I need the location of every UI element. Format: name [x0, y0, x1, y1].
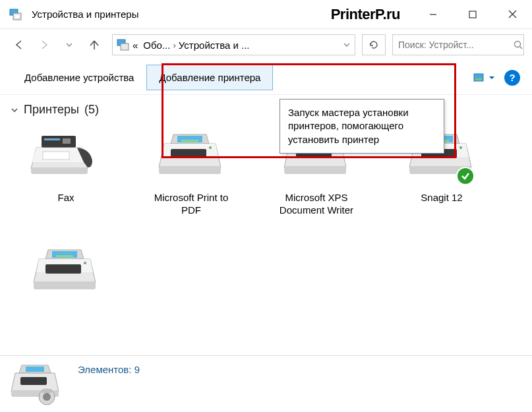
- printer-icon: [26, 243, 105, 303]
- help-button[interactable]: ?: [504, 70, 520, 86]
- svg-rect-39: [20, 377, 47, 385]
- device-label: Microsoft XPS Document Writer: [270, 192, 363, 217]
- device-label: Snagit 12: [421, 192, 462, 204]
- svg-rect-35: [45, 264, 81, 274]
- add-printer-button[interactable]: Добавление принтера: [146, 65, 273, 90]
- minimize-button[interactable]: [413, 0, 453, 29]
- device-label: Microsoft Print to PDF: [145, 192, 237, 217]
- devices-grid: Fax Microsoft Print to PDF: [11, 127, 521, 308]
- window-title: Устройства и принтеры: [32, 9, 331, 20]
- path-seg-current[interactable]: Устройства и ...: [176, 40, 252, 51]
- refresh-button[interactable]: [362, 34, 386, 55]
- search-input[interactable]: [398, 40, 514, 50]
- svg-rect-20: [171, 149, 206, 158]
- svg-rect-2: [15, 15, 19, 18]
- view-menu[interactable]: [473, 73, 495, 83]
- tooltip: Запуск мастера установки принтеров, помо…: [280, 99, 444, 154]
- device-item-print-pdf[interactable]: Microsoft Print to PDF: [145, 127, 237, 217]
- search-box[interactable]: [392, 34, 524, 55]
- svg-point-32: [459, 146, 462, 149]
- svg-rect-17: [31, 167, 88, 174]
- app-icon: [9, 9, 22, 20]
- toolbar: Добавление устройства Добавление принтер…: [0, 61, 532, 95]
- svg-point-42: [43, 393, 51, 401]
- status-thumbnail: [8, 361, 65, 407]
- fax-icon: [26, 127, 105, 187]
- svg-rect-15: [63, 138, 71, 144]
- back-button[interactable]: [8, 34, 30, 56]
- svg-rect-14: [44, 138, 60, 140]
- search-icon[interactable]: [514, 40, 523, 50]
- close-button[interactable]: [492, 0, 532, 29]
- svg-rect-43: [42, 389, 52, 393]
- titlebar: Устройства и принтеры PrinterP.ru: [0, 0, 532, 29]
- path-seg-root[interactable]: Обо...: [140, 40, 173, 51]
- svg-point-9: [515, 41, 521, 47]
- svg-point-37: [84, 262, 86, 264]
- path-icon: [117, 39, 130, 51]
- default-checkmark-icon: [456, 167, 475, 185]
- svg-line-10: [520, 46, 523, 49]
- svg-rect-34: [56, 255, 73, 257]
- address-bar[interactable]: « Обо... › Устройства и ...: [112, 34, 355, 55]
- svg-rect-8: [121, 44, 129, 50]
- path-dropdown[interactable]: [343, 41, 351, 49]
- svg-rect-16: [43, 152, 69, 160]
- svg-rect-19: [181, 140, 198, 142]
- add-device-button[interactable]: Добавление устройства: [12, 65, 146, 90]
- content-area: Принтеры (5) Fax: [0, 95, 532, 316]
- recent-dropdown[interactable]: [58, 34, 80, 56]
- svg-point-22: [209, 146, 212, 149]
- statusbar: Элементов: 9: [0, 355, 532, 412]
- collapse-icon[interactable]: [11, 106, 18, 114]
- section-count: (5): [84, 103, 99, 117]
- svg-rect-21: [159, 166, 221, 174]
- status-text: Элементов: 9: [78, 361, 140, 375]
- printer-icon: [152, 127, 231, 187]
- section-title: Принтеры: [24, 103, 79, 117]
- svg-rect-13: [42, 136, 76, 148]
- window-controls: [413, 0, 532, 29]
- up-button[interactable]: [83, 34, 105, 56]
- maximize-button[interactable]: [453, 0, 492, 29]
- svg-rect-26: [284, 166, 346, 174]
- svg-rect-4: [469, 11, 476, 18]
- svg-rect-12: [475, 78, 482, 80]
- device-label: Fax: [57, 192, 74, 204]
- device-item-fax[interactable]: Fax: [20, 127, 112, 217]
- path-chevrons[interactable]: «: [130, 40, 140, 51]
- svg-rect-36: [34, 281, 96, 289]
- svg-rect-38: [26, 367, 44, 372]
- navbar: « Обо... › Устройства и ...: [0, 29, 532, 61]
- section-header[interactable]: Принтеры (5): [11, 103, 521, 117]
- watermark: PrinterP.ru: [331, 6, 400, 23]
- device-item-5[interactable]: [20, 243, 112, 308]
- forward-button[interactable]: [33, 34, 55, 56]
